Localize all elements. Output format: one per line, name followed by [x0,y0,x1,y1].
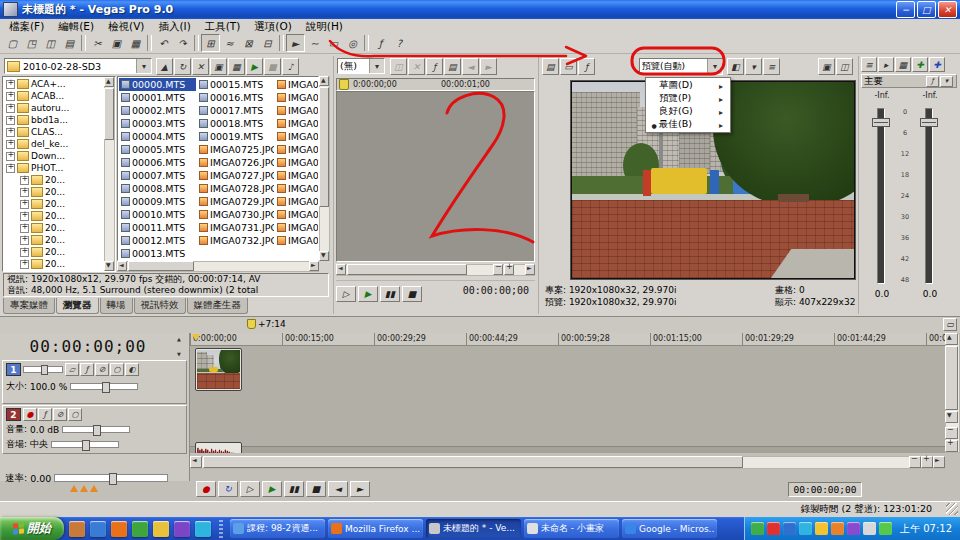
quality-menu-item[interactable]: 良好(G) [647,105,729,118]
expand-icon[interactable] [6,152,15,161]
scroll-thumb[interactable] [104,88,114,140]
previous-marker-button[interactable]: ◄ [462,58,479,75]
downmix-output-button[interactable]: ▸ [878,57,894,72]
quicklaunch-icon-7[interactable] [195,521,211,537]
timeline-time-display[interactable]: 00:00:00;00 [3,335,173,358]
compositing-mode-button[interactable]: ◐ [125,363,139,376]
file-item[interactable]: 00016.MTS [197,91,274,104]
scroll-up-button[interactable] [319,76,329,86]
task-vegas[interactable]: 未標題的 * - Ve... [426,519,521,538]
tray-icon-2[interactable] [767,522,780,535]
tree-folder-item[interactable]: 20... [3,198,115,210]
trimmer-media-combobox[interactable]: (無) [337,58,385,74]
tree-folder-item[interactable]: 20... [3,234,115,246]
audio-track-lane[interactable] [190,393,945,447]
stop-button[interactable]: ■ [402,286,422,302]
task-ie-google[interactable]: Google - Micros... [622,519,717,538]
size-slider[interactable] [70,383,138,390]
open-button[interactable]: ◳ [22,34,41,52]
loop-playback-button[interactable]: ↻ [218,481,238,497]
file-item[interactable]: 00000.MTS [119,78,196,91]
file-list-vscrollbar[interactable] [319,76,330,261]
panel-tab[interactable]: 媒體產生器 [187,298,249,314]
quality-menu-item[interactable]: 草圖(D) [647,79,729,92]
ruler-marker-icon[interactable] [192,334,200,341]
normal-edit-tool-button[interactable]: ► [286,34,305,52]
file-item[interactable]: IMGA0730.JPG [197,208,274,221]
file-item[interactable]: IMGA0728.JPG [197,182,274,195]
timeline-ruler[interactable]: 0:00:00;0000:00:15;0000:00:29;2900:00:44… [190,333,945,346]
file-item[interactable]: IMGA0725.JPG [197,143,274,156]
close-button[interactable]: ✕ [938,1,957,18]
play-button[interactable]: ▶ [262,481,282,497]
quality-menu-item[interactable]: 預覽(P) [647,92,729,105]
tray-icon-5[interactable] [815,522,828,535]
menu-item[interactable]: 選項(O) [247,19,298,33]
menu-item[interactable]: 工具(T) [198,19,248,33]
master-fader-track-left[interactable] [877,108,885,284]
lock-envelopes-button[interactable]: ⊠ [239,34,258,52]
file-item[interactable]: IMGA07 [275,221,319,234]
master-fx-button[interactable]: ƒ [926,76,939,87]
tray-icon-9[interactable] [879,522,892,535]
scroll-left-button[interactable] [336,264,346,275]
file-item[interactable]: IMGA07 [275,130,319,143]
file-item[interactable]: 00018.MTS [197,117,274,130]
mixer-menu-button[interactable]: ≡ [861,57,877,72]
tree-folder-item[interactable]: 20... [3,246,115,258]
add-fx-button[interactable]: ✚ [929,57,945,72]
expand-icon[interactable] [6,92,15,101]
video-output-fx-button[interactable]: ƒ [578,58,595,75]
scroll-thumb[interactable] [319,87,329,207]
panel-tab[interactable]: 視訊特效 [134,298,186,314]
expand-icon[interactable] [6,140,15,149]
trimmer-marker-flag[interactable] [339,79,349,90]
play-in-player-button[interactable]: ▷ [336,286,356,302]
tree-folder-item[interactable]: autoru... [3,102,115,114]
tree-folder-item[interactable]: 20... [3,210,115,222]
audio-track-header[interactable]: 2 ●ƒ⊘○ 音量: 0.0 dB 音場: 中央 [2,405,187,454]
project-properties-button[interactable]: ▤ [60,34,79,52]
expand-icon[interactable] [20,272,29,273]
tree-folder-item[interactable]: 20... [3,222,115,234]
file-item[interactable]: IMGA07 [275,117,319,130]
expand-icon[interactable] [6,128,15,137]
panel-tab[interactable]: 專案媒體 [3,298,55,314]
file-item[interactable]: 00008.MTS [119,182,196,195]
file-item[interactable]: IMGA0732.JPG [197,234,274,247]
file-item[interactable]: 00009.MTS [119,195,196,208]
plug-in-manager-button[interactable]: ƒ [371,34,390,52]
media-properties-button[interactable]: ▤ [444,58,461,75]
project-video-properties-button[interactable]: ▤ [542,58,559,75]
expand-icon[interactable] [20,260,29,269]
save-snapshot-button[interactable]: ◫ [836,58,853,75]
maximize-button[interactable]: □ [917,1,936,18]
rate-slider[interactable] [54,474,168,482]
master-fader-track-right[interactable] [925,108,933,284]
quicklaunch-icon-4[interactable] [132,521,148,537]
quicklaunch-icon-6[interactable] [174,521,190,537]
meter-options-button[interactable]: ▦ [895,57,911,72]
scroll-down-button[interactable] [319,251,329,261]
zoom-edit-tool-button[interactable]: ◎ [343,34,362,52]
master-fader-handle-right[interactable] [920,118,938,127]
zoom-in-button[interactable] [504,264,514,275]
redo-button[interactable]: ↷ [173,34,192,52]
expand-icon[interactable] [6,164,15,173]
file-item[interactable]: 00006.MTS [119,156,196,169]
new-project-button[interactable]: ▢ [3,34,22,52]
preview-on-external-monitor-button[interactable]: ▭ [560,58,577,75]
video-track-lane[interactable] [190,346,945,394]
up-one-level-button[interactable]: ▲ [156,58,173,75]
start-button[interactable]: 開始 [0,517,64,540]
quicklaunch-ie-icon[interactable] [90,521,106,537]
paste-button[interactable]: ▦ [126,34,145,52]
panel-tab[interactable]: 瀏覽器 [56,298,99,314]
file-item[interactable]: IMGA0731.JPG [197,221,274,234]
tray-icon-7[interactable] [847,522,860,535]
go-to-end-button[interactable]: ► [350,481,370,497]
solo-button[interactable]: ○ [110,363,124,376]
file-list-hscrollbar[interactable] [117,261,319,272]
scroll-right-button[interactable] [309,261,319,271]
minimize-button[interactable]: − [896,1,915,18]
